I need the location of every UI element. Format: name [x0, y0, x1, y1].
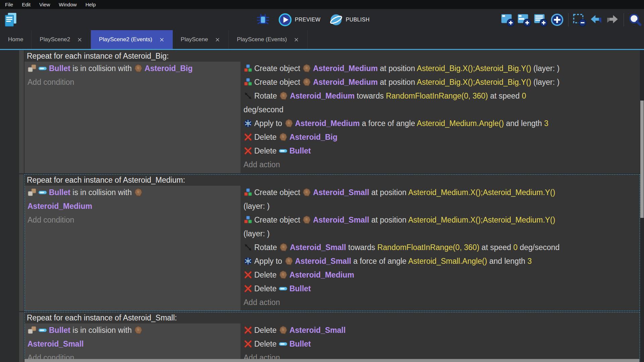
condition-row[interactable]: Bullet is in collision with Asteroid_Sma…: [28, 323, 237, 351]
add-condition-button[interactable]: Add condition: [28, 75, 237, 89]
menu-window[interactable]: Window: [54, 2, 81, 7]
undo-icon[interactable]: [589, 13, 603, 27]
object-name: Bullet: [49, 64, 70, 73]
horizontal-scrollbar-thumb[interactable]: [24, 359, 639, 362]
menu-file[interactable]: File: [1, 2, 17, 7]
create-object-icon: [244, 187, 253, 196]
row-text: at position: [378, 78, 417, 86]
delete-icon: [244, 146, 253, 155]
expression-text: Asteroid_Medium.X();Asteroid_Medium.Y(): [408, 216, 555, 224]
add-action-button[interactable]: Add action: [244, 296, 637, 309]
search-icon[interactable]: [628, 13, 642, 27]
event-header[interactable]: Repeat for each instance of Asteroid_Med…: [24, 174, 640, 186]
condition-row[interactable]: Bullet is in collision with Asteroid_Big: [28, 62, 237, 75]
toolbar: PREVIEW PUBLISH: [0, 9, 644, 30]
event-header[interactable]: Repeat for each instance of Asteroid_Big…: [24, 50, 640, 62]
action-row[interactable]: Create object Asteroid_Small at position…: [244, 213, 637, 241]
object-name: Asteroid_Medium: [289, 270, 354, 279]
event-block[interactable]: Repeat for each instance of Asteroid_Med…: [24, 174, 640, 311]
close-icon[interactable]: [293, 37, 299, 43]
publish-button[interactable]: PUBLISH: [329, 13, 370, 26]
event-drag-handle[interactable]: [19, 174, 24, 311]
add-sub-event-icon[interactable]: [517, 13, 531, 27]
tab-playscene[interactable]: PlayScene: [173, 30, 229, 49]
vertical-scrollbar[interactable]: [640, 50, 644, 362]
project-manager-icon[interactable]: [4, 12, 17, 27]
action-row[interactable]: Rotate Asteroid_Small towards RandomFloa…: [244, 241, 637, 254]
vertical-scrollbar-thumb[interactable]: [640, 101, 644, 218]
add-event-icon[interactable]: [501, 13, 515, 27]
add-condition-button[interactable]: Add condition: [28, 213, 237, 227]
delete-icon: [244, 132, 253, 141]
event-body: Bullet is in collision with Asteroid_Sma…: [24, 323, 640, 362]
row-text: Delete: [254, 133, 279, 141]
tab-playscene2-events[interactable]: PlayScene2 (Events): [91, 30, 173, 49]
row-text: deg/second: [518, 243, 559, 252]
action-row[interactable]: Create object Asteroid_Small at position…: [244, 186, 637, 213]
close-icon[interactable]: [215, 37, 220, 43]
row-text: Delete: [254, 284, 279, 293]
expression-text: Asteroid_Medium.X();Asteroid_Medium.Y(): [408, 188, 555, 197]
debug-bug-icon[interactable]: [256, 13, 270, 26]
menu-edit[interactable]: Edit: [17, 2, 35, 7]
row-text: at speed: [488, 92, 522, 100]
action-row[interactable]: Apply to Asteroid_Small a force of angle…: [244, 254, 637, 268]
menu-view[interactable]: View: [35, 2, 54, 7]
action-row[interactable]: Apply to Asteroid_Medium a force of angl…: [244, 117, 637, 130]
action-row[interactable]: Delete Asteroid_Medium: [244, 268, 637, 282]
row-text: Rotate: [254, 92, 279, 100]
action-row[interactable]: Delete Asteroid_Big: [244, 130, 637, 144]
redo-icon[interactable]: [605, 13, 620, 27]
event-header[interactable]: Repeat for each instance of Asteroid_Sma…: [24, 312, 640, 323]
action-row[interactable]: Delete Bullet: [244, 144, 637, 158]
menu-help[interactable]: Help: [81, 2, 100, 7]
event-drag-handle[interactable]: [19, 312, 24, 362]
tab-bar: HomePlayScene2PlayScene2 (Events)PlaySce…: [0, 30, 644, 49]
bullet-icon: [279, 284, 288, 292]
toolbar-center: PREVIEW PUBLISH: [256, 9, 370, 30]
preview-button[interactable]: PREVIEW: [278, 13, 321, 26]
close-icon[interactable]: [159, 37, 165, 43]
object-name: Asteroid_Medium: [28, 202, 92, 210]
collision-icon: [28, 63, 37, 72]
delete-icon: [244, 325, 253, 334]
bullet-icon: [38, 325, 47, 334]
event-block[interactable]: Repeat for each instance of Asteroid_Big…: [24, 50, 640, 173]
tab-playscene2[interactable]: PlayScene2: [32, 30, 91, 49]
create-object-icon: [244, 77, 253, 86]
asteroid-icon: [279, 270, 288, 279]
asteroid-icon: [134, 63, 143, 72]
delete-selection-icon[interactable]: [573, 13, 587, 27]
tab-playscene-events[interactable]: PlayScene (Events): [229, 30, 308, 49]
event-block[interactable]: Repeat for each instance of Asteroid_Sma…: [24, 312, 640, 362]
event-drag-handle[interactable]: [19, 50, 24, 173]
object-name: Asteroid_Big: [289, 133, 337, 141]
object-name: Bullet: [49, 326, 70, 335]
action-row[interactable]: Rotate Asteroid_Medium towards RandomFlo…: [244, 89, 637, 117]
condition-row[interactable]: Bullet is in collision with Asteroid_Med…: [28, 186, 237, 213]
close-icon[interactable]: [77, 37, 83, 43]
choose-add-event-icon[interactable]: [550, 13, 564, 27]
action-row[interactable]: Delete Bullet: [244, 282, 637, 296]
event: Repeat for each instance of Asteroid_Big…: [19, 50, 640, 173]
add-action-button[interactable]: Add action: [244, 158, 637, 172]
tab-home[interactable]: Home: [0, 30, 32, 49]
create-object-icon: [244, 215, 253, 224]
row-text: Create object: [254, 78, 302, 86]
row-text: a force of angle: [360, 119, 417, 128]
row-text: at position: [369, 188, 408, 197]
conditions-column: Bullet is in collision with Asteroid_Big…: [24, 62, 240, 173]
publish-globe-icon: [329, 13, 343, 26]
add-comment-icon[interactable]: [534, 13, 548, 27]
action-row[interactable]: Delete Asteroid_Small: [244, 323, 637, 337]
bullet-icon: [279, 339, 288, 348]
row-text: Delete: [254, 326, 279, 335]
event: Repeat for each instance of Asteroid_Sma…: [19, 312, 640, 362]
event-body: Bullet is in collision with Asteroid_Big…: [24, 62, 640, 173]
row-text: and length: [487, 257, 527, 265]
action-row[interactable]: Create object Asteroid_Medium at positio…: [244, 62, 637, 75]
row-text: (layer: ): [531, 64, 559, 73]
collision-icon: [28, 187, 37, 196]
action-row[interactable]: Create object Asteroid_Medium at positio…: [244, 75, 637, 89]
action-row[interactable]: Delete Bullet: [244, 337, 637, 351]
